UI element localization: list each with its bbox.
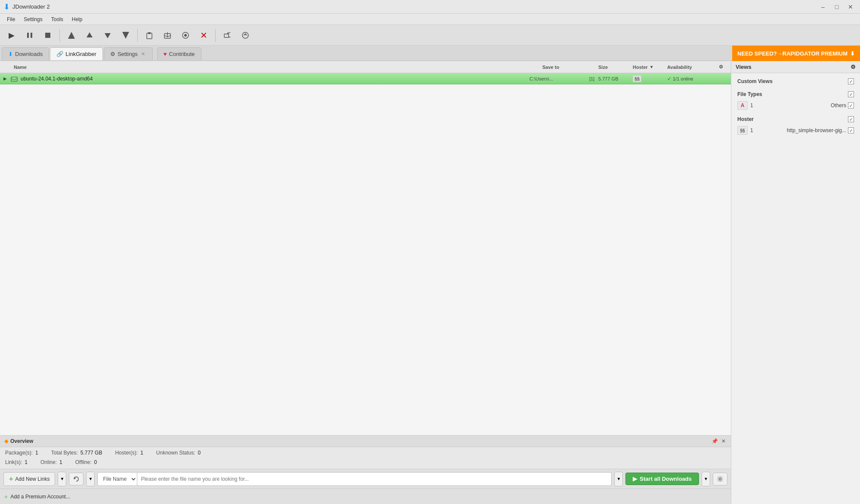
overview-controls: 📌 ✕: [711, 437, 727, 445]
app-title: JDownloader 2: [12, 3, 50, 10]
overview-header[interactable]: ◆ Overview 📌 ✕: [0, 436, 731, 447]
clipboard-button[interactable]: [141, 28, 158, 43]
reconnect-button[interactable]: [237, 28, 254, 43]
hoster-section-checkbox[interactable]: [848, 116, 854, 122]
bottom-bar: + Add New Links ▼ ▼ File Name ▼ ▶ Start …: [0, 469, 731, 489]
row-expand-icon[interactable]: ▶: [2, 75, 9, 82]
premium-banner[interactable]: NEED SPEED?→RAPIDGATOR PREMIUM ⬇: [732, 46, 860, 61]
col-header-save[interactable]: Save to: [542, 65, 598, 70]
col-header-size[interactable]: Size: [598, 65, 633, 70]
table-settings-icon[interactable]: ⚙: [719, 64, 723, 69]
main-area: Name Save to Size Hoster ▼ Availability …: [0, 61, 860, 504]
svg-marker-6: [105, 33, 111, 38]
hoster-item-right: http_simple-browser-gig...: [787, 127, 854, 133]
add-premium-button[interactable]: Add a Premium Account...: [10, 494, 70, 500]
stat-online: Online: 1: [40, 459, 62, 465]
file-types-section-row: File Types: [735, 90, 857, 99]
overview-pin-button[interactable]: 📌: [711, 437, 719, 445]
overview-icon: ◆: [4, 438, 8, 444]
package-save-to: C:\Users\...: [529, 76, 585, 81]
overview-body2: Link(s): 1 Online: 1 Offline: 0: [0, 458, 731, 469]
overview-body: Package(s): 1 Total Bytes: 5.777 GB Host…: [0, 447, 731, 458]
stop-button[interactable]: [40, 28, 56, 43]
tab-contribute-label: Contribute: [169, 51, 195, 57]
file-type-others-row: A 1 Others: [735, 100, 857, 111]
separator-2: [137, 29, 138, 42]
stat-offline: Offline: 0: [75, 459, 97, 465]
premium-banner-icon: ⬇: [850, 50, 855, 57]
views-content: Custom Views File Types A 1: [731, 73, 860, 504]
svg-rect-10: [148, 32, 151, 34]
svg-rect-0: [27, 33, 29, 38]
search-field-container: File Name: [97, 472, 612, 486]
package-button[interactable]: [159, 28, 176, 43]
maximize-button[interactable]: □: [831, 2, 843, 12]
toolbar: ▶ ✕: [0, 25, 860, 46]
add-new-links-icon: +: [9, 475, 13, 483]
svg-rect-4: [71, 36, 72, 39]
hoster-right: [848, 116, 854, 122]
col-header-availability[interactable]: Availability: [667, 65, 719, 70]
remove-button[interactable]: ✕: [195, 28, 212, 43]
priority-up-button[interactable]: [63, 28, 80, 43]
downloads-settings-button[interactable]: [713, 473, 727, 485]
settings-tab-icon: ⚙: [110, 51, 115, 57]
table-body: ▶ ubuntu-24.04.1-desktop-amd64 C:\Users\…: [0, 73, 731, 435]
package-count: [1]: [585, 76, 598, 81]
custom-views-label: Custom Views: [737, 78, 773, 84]
search-type-select[interactable]: File Name: [97, 472, 137, 486]
pause-button[interactable]: [22, 28, 38, 43]
plugin-button[interactable]: [219, 28, 235, 43]
menu-bar: File Settings Tools Help: [0, 14, 860, 25]
row-package-icon: [10, 75, 18, 83]
availability-check-icon: ✓: [667, 76, 671, 82]
priority-down-button[interactable]: [118, 28, 134, 43]
linkgrabber-button[interactable]: [177, 28, 194, 43]
search-input[interactable]: [137, 472, 612, 486]
col-header-settings[interactable]: ⚙: [719, 64, 729, 70]
views-settings-icon[interactable]: ⚙: [851, 64, 856, 70]
menu-help[interactable]: Help: [68, 15, 87, 24]
play-button[interactable]: ▶: [3, 28, 20, 43]
table-row[interactable]: ▶ ubuntu-24.04.1-desktop-amd64 C:\Users\…: [0, 73, 731, 84]
add-new-links-dropdown[interactable]: ▼: [58, 472, 66, 486]
sort-down-button[interactable]: ▼: [614, 472, 623, 486]
col-header-name[interactable]: Name: [2, 65, 542, 70]
up-button[interactable]: [81, 28, 98, 43]
hoster-filter-icon[interactable]: ▼: [650, 65, 654, 69]
minimize-button[interactable]: –: [817, 2, 829, 12]
tab-downloads-label: Downloads: [15, 51, 43, 57]
tab-downloads[interactable]: ⬇ Downloads: [2, 47, 49, 60]
overview-close-button[interactable]: ✕: [721, 437, 727, 445]
linkgrabber-tab-icon: 🔗: [56, 51, 63, 57]
custom-views-checkbox[interactable]: [848, 78, 854, 84]
status-bar: + Add a Premium Account...: [0, 489, 731, 504]
stat-packages: Package(s): 1: [5, 450, 38, 456]
start-all-downloads-button[interactable]: ▶ Start all Downloads: [625, 473, 699, 485]
tab-linkgrabber[interactable]: 🔗 LinkGrabber: [50, 47, 103, 60]
undo-button[interactable]: [69, 473, 84, 485]
col-header-hoster[interactable]: Hoster ▼: [633, 65, 667, 70]
add-new-links-button[interactable]: + Add New Links: [3, 472, 55, 486]
tab-settings-label: Settings: [118, 51, 138, 57]
file-types-checkbox[interactable]: [848, 91, 854, 97]
svg-marker-5: [87, 32, 93, 37]
views-title: Views: [736, 64, 752, 70]
start-downloads-dropdown[interactable]: ▼: [702, 472, 710, 486]
settings-tab-close[interactable]: ✕: [140, 51, 146, 57]
menu-file[interactable]: File: [3, 15, 19, 24]
file-type-others-checkbox[interactable]: [848, 102, 854, 108]
undo-dropdown[interactable]: ▼: [86, 472, 95, 486]
file-type-others-right: Others: [831, 102, 854, 108]
tab-contribute[interactable]: ♥ Contribute: [157, 47, 201, 60]
tab-settings[interactable]: ⚙ Settings ✕: [104, 47, 153, 60]
hoster-item-left: §§ 1: [737, 126, 753, 135]
down-button[interactable]: [99, 28, 116, 43]
file-types-right: [848, 91, 854, 97]
menu-tools[interactable]: Tools: [47, 15, 68, 24]
close-button[interactable]: ✕: [845, 2, 857, 12]
menu-settings[interactable]: Settings: [19, 15, 46, 24]
package-availability: ✓ 1/1 online: [667, 76, 719, 82]
right-panel: Views ⚙ Custom Views File Types: [731, 61, 860, 504]
hoster-item-checkbox[interactable]: [848, 127, 854, 133]
